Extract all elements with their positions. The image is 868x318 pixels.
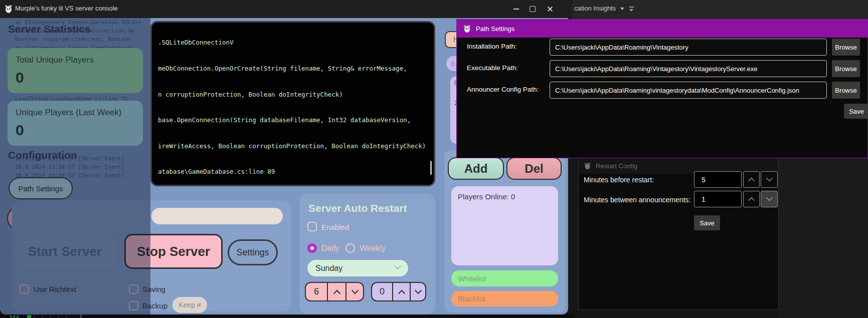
minutes-between-up-button[interactable] [743,191,760,207]
minutes-before-restart-input[interactable]: 5 [694,171,742,188]
installation-path-browse-button[interactable]: Browse [832,39,860,56]
browse-button-label: Browse [835,44,856,51]
strip-tick-mark [66,315,67,317]
diagnostics-panel: 0 CPU (% of all processo 100 0 Summary E… [779,157,868,318]
chevron-down-icon [766,194,773,201]
screen: { "colors": { "accent_purple": "#8d12a2"… [0,0,868,318]
saving-checkbox[interactable] [129,284,138,294]
chevron-up-icon [333,289,340,296]
chevron-down-icon [394,262,401,269]
chevron-down-icon[interactable] [620,8,624,10]
toolbar-overflow-chevron[interactable] [629,9,633,12]
minutes-between-announcements-input[interactable]: 1 [694,191,742,207]
command-input[interactable] [151,208,283,224]
strip-tick-mark [50,315,51,317]
hour-down-button[interactable] [345,283,363,300]
stop-server-button[interactable]: Stop Server [124,234,223,269]
application-insights-dropdown[interactable]: cation Insights [574,5,616,12]
enabled-label: Enabled [321,223,349,231]
stat-label: Unique Players (Last Week) [16,108,135,118]
announcer-config-path-label: Announcer Config Path: [467,86,539,93]
backup-checkbox[interactable] [129,301,138,310]
minimize-button[interactable] [512,6,519,13]
hour-stepper: 6 [305,282,364,301]
strip-tick-mark [34,315,35,317]
console-output[interactable]: .SQLiteDbConnectionV meDbConnection.Open… [150,21,435,186]
minutes-before-down-button[interactable] [761,171,778,188]
total-unique-players-card: Total Unique Players 0 [8,48,143,93]
strip-tick-mark [42,315,43,317]
whitelist-label: Whitelist [458,274,486,283]
save-button-label: Save [700,219,715,227]
server-statistics-heading: Server Statistics [8,23,91,35]
minutes-between-down-button[interactable] [761,191,778,207]
enabled-checkbox[interactable] [307,222,317,231]
minute-down-button[interactable] [410,283,425,300]
daily-radio[interactable] [307,243,317,253]
restart-config-dialog: Restart Config Minutes before restart: 5… [578,157,779,310]
minutes-before-restart-label: Minutes before restart: [584,176,654,184]
main-titlebar: Murple's funky lil VS server console [0,0,572,18]
add-player-button[interactable]: Add [448,157,504,180]
blacklist-button[interactable]: Blacklist [451,291,558,306]
strip-tick-label: 2 [79,314,82,318]
close-button[interactable] [547,6,554,13]
del-button-label: Del [525,162,543,176]
restart-config-title: Restart Config [596,162,637,170]
chevron-down-icon [351,287,358,294]
path-settings-save-button[interactable]: Save [844,104,868,119]
strip-axis-value: 244 [9,314,19,318]
players-online-list: Players Online: 0 [451,186,558,265]
restart-config-save-button[interactable]: Save [694,215,720,230]
background-window-strip: 244 2 [0,314,574,318]
console-scrollbar-thumb[interactable] [430,161,432,175]
minutes-between-announcements-label: Minutes between announcements: [584,196,690,204]
browse-button-label: Browse [835,65,856,73]
path-settings-titlebar[interactable]: Path Settings [457,20,867,38]
blacklist-label: Blacklist [458,294,485,303]
minutes-before-up-button[interactable] [743,171,760,188]
ghost-line: Boolean requireWriteAccess, Boolean [15,35,155,44]
maximize-button[interactable] [529,6,536,13]
use-richtext-checkbox[interactable] [20,284,29,294]
stat-value: 0 [16,69,135,86]
executable-path-input[interactable] [550,60,827,77]
saving-label: Saving [142,285,165,293]
add-button-label: Add [464,162,488,176]
hour-up-button[interactable] [327,283,345,300]
whitelist-button[interactable]: Whitelist [451,270,558,286]
stat-label: Total Unique Players [16,55,135,65]
executable-path-browse-button[interactable]: Browse [832,60,860,77]
minute-stepper: 0 [371,282,426,301]
start-server-button[interactable]: Start Server [16,234,114,269]
announcer-config-browse-button[interactable]: Browse [832,82,860,99]
chevron-up-icon [748,197,755,204]
announcer-config-path-input[interactable] [550,82,827,99]
minute-value[interactable]: 0 [372,283,392,300]
players-online-label: Players Online: 0 [458,192,515,201]
keep-number-button[interactable]: Keep # [172,297,207,313]
settings-button-label: Settings [236,247,269,258]
strip-mark [27,315,31,318]
minute-up-button[interactable] [392,283,410,300]
installation-path-input[interactable] [550,39,827,56]
stat-value: 0 [16,122,135,139]
day-dropdown[interactable]: Sunday [307,260,408,276]
path-settings-button[interactable]: Path Settings [9,177,73,199]
window-title: Murple's funky lil VS server console [15,5,118,12]
hour-value[interactable]: 6 [306,283,327,300]
vs-toolbar: cation Insights [572,0,868,19]
installation-path-label: Installation Path: [467,43,517,50]
weekly-label: Weekly [360,244,386,253]
toolbar-overflow-icon[interactable] [629,7,634,8]
players-panel: Add Del Players Online: 0 Whitelist Blac… [444,150,566,312]
app-icon [584,162,591,170]
settings-button[interactable]: Settings [228,239,278,265]
weekly-radio[interactable] [345,243,355,253]
unique-players-week-card: Unique Players (Last Week) 0 [8,101,143,146]
delete-player-button[interactable]: Del [506,157,562,180]
browse-button-label: Browse [835,87,856,94]
backup-label: Backup [142,301,167,310]
ghost-line: 18.8.2024 23:34:57 [Server Event] [15,163,155,171]
path-settings-dialog: Path Settings Installation Path: Browse … [456,19,868,158]
